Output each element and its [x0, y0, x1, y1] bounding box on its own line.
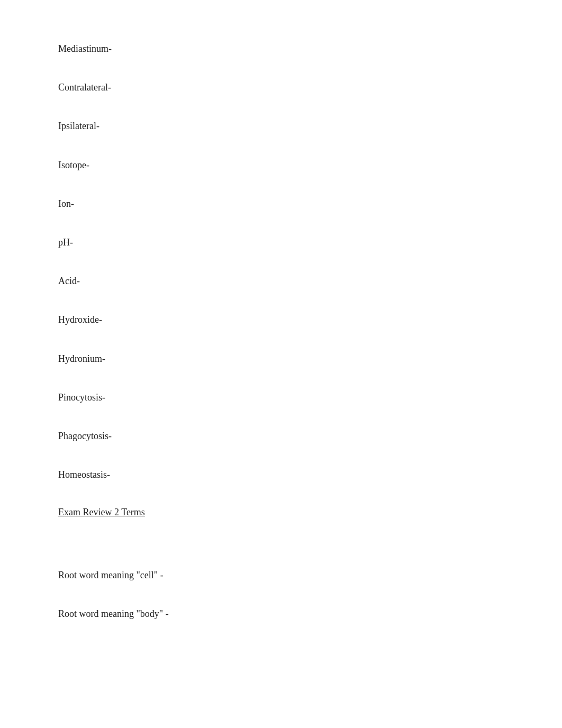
term-label: Root word meaning "body" - [58, 608, 169, 619]
term-label: Mediastinum- [58, 43, 112, 54]
term-label: Acid- [58, 276, 80, 286]
term-homeostasis: Homeostasis- [58, 468, 504, 481]
term-label: Ion- [58, 198, 74, 209]
term-label: Ipsilateral- [58, 121, 99, 131]
term-label: pH- [58, 237, 73, 248]
section-heading: Exam Review 2 Terms [58, 507, 145, 518]
section-heading-container: Exam Review 2 Terms [58, 507, 504, 543]
term-label: Homeostasis- [58, 469, 110, 480]
term-hydronium: Hydronium- [58, 352, 504, 366]
section-terms-list: Root word meaning "cell" - Root word mea… [58, 569, 504, 621]
term-root-cell: Root word meaning "cell" - [58, 569, 504, 582]
term-ipsilateral: Ipsilateral- [58, 120, 504, 133]
term-isotope: Isotope- [58, 159, 504, 172]
term-label: Hydronium- [58, 353, 105, 364]
term-label: Hydroxide- [58, 314, 102, 325]
terms-list: Mediastinum- Contralateral- Ipsilateral-… [58, 42, 504, 481]
term-pinocytosis: Pinocytosis- [58, 391, 504, 404]
main-content: Mediastinum- Contralateral- Ipsilateral-… [0, 0, 562, 689]
term-label: Pinocytosis- [58, 392, 105, 403]
term-root-body: Root word meaning "body" - [58, 607, 504, 621]
term-phagocytosis: Phagocytosis- [58, 430, 504, 443]
term-hydroxide: Hydroxide- [58, 313, 504, 326]
term-contralateral: Contralateral- [58, 81, 504, 94]
term-label: Contralateral- [58, 82, 111, 93]
term-label: Phagocytosis- [58, 431, 112, 441]
term-ph: pH- [58, 236, 504, 249]
term-mediastinum: Mediastinum- [58, 42, 504, 56]
term-acid: Acid- [58, 275, 504, 288]
term-label: Isotope- [58, 160, 89, 170]
term-ion: Ion- [58, 197, 504, 211]
term-label: Root word meaning "cell" - [58, 570, 164, 580]
